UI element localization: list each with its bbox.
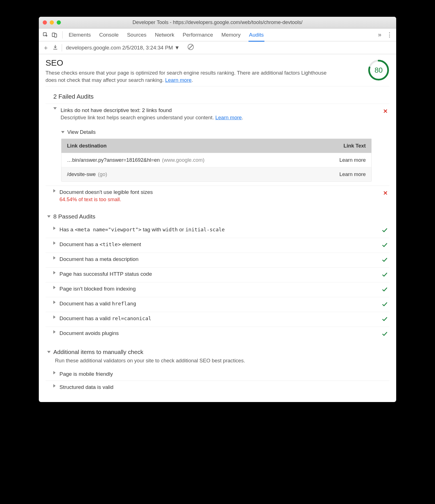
expand-toggle-icon (61, 131, 64, 133)
link-details-table: Link destination Link Text …bin/answer.p… (61, 139, 372, 182)
category-description: These checks ensure that your page is op… (46, 69, 330, 84)
pass-icon (382, 272, 388, 279)
audit-title: Page isn't blocked from indexing (59, 286, 378, 292)
pass-icon (382, 227, 388, 234)
audit-title: Has a <meta name="viewport"> tag with wi… (59, 227, 378, 233)
expand-toggle-icon[interactable] (53, 256, 56, 260)
audit-title: Document has a <title> element (59, 241, 378, 248)
score-gauge: 80 (368, 59, 389, 81)
tab-audits[interactable]: Audits (248, 29, 264, 42)
clear-icon[interactable] (188, 44, 194, 51)
expand-toggle-icon[interactable] (53, 286, 56, 289)
expand-toggle-icon[interactable] (53, 107, 57, 110)
fail-icon: ✕ (383, 108, 388, 115)
pass-icon (382, 286, 388, 294)
pass-icon (382, 301, 388, 308)
tab-network[interactable]: Network (154, 29, 175, 41)
zoom-button[interactable] (57, 20, 61, 25)
audits-subbar: ＋ developers.google.com 2/5/2018, 3:24:3… (39, 41, 396, 54)
audit-warning: 64.54% of text is too small. (59, 196, 379, 203)
audit-font-sizes[interactable]: Document doesn't use legible font sizes … (46, 186, 389, 206)
new-audit-icon[interactable]: ＋ (43, 44, 49, 52)
audit-passed[interactable]: Document has a meta description (46, 253, 389, 267)
window-title: Developer Tools - https://developers.goo… (39, 20, 396, 25)
minimize-button[interactable] (50, 20, 54, 25)
audit-learn-more-link[interactable]: Learn more (215, 115, 242, 120)
tab-sources[interactable]: Sources (126, 29, 147, 41)
expand-toggle-icon[interactable] (53, 241, 56, 245)
manual-checks-heading[interactable]: Additional items to manually check (46, 349, 389, 355)
audit-title: Structured data is valid (59, 384, 388, 390)
tab-performance[interactable]: Performance (182, 29, 214, 41)
audit-title: Document has a meta description (59, 256, 378, 262)
audits-content: SEO These checks ensure that your page i… (39, 54, 396, 402)
audit-title: Document avoids plugins (59, 330, 378, 336)
expand-toggle-icon[interactable] (53, 271, 56, 274)
tab-memory[interactable]: Memory (221, 29, 241, 41)
audit-links-not-descriptive[interactable]: Links do not have descriptive text: 2 li… (46, 104, 389, 124)
devtools-toolbar: Elements Console Sources Network Perform… (39, 28, 396, 41)
pass-icon (382, 316, 388, 323)
col-link-destination: Link destination (67, 143, 321, 149)
audit-manual[interactable]: Page is mobile friendly (46, 368, 389, 381)
audit-passed[interactable]: Document avoids plugins (46, 327, 389, 341)
expand-toggle-icon[interactable] (53, 371, 56, 374)
more-tabs-icon[interactable]: » (378, 31, 381, 39)
audit-passed[interactable]: Page isn't blocked from indexing (46, 282, 389, 297)
audit-passed[interactable]: Document has a <title> element (46, 238, 389, 253)
table-header: Link destination Link Text (61, 139, 371, 153)
settings-menu-icon[interactable]: ⋮ (386, 31, 393, 39)
col-link-text: Link Text (321, 143, 366, 149)
close-button[interactable] (43, 20, 47, 25)
pass-icon (382, 242, 388, 249)
expand-toggle-icon (47, 215, 51, 218)
expand-toggle-icon[interactable] (53, 227, 56, 230)
expand-toggle-icon[interactable] (53, 189, 56, 192)
audit-manual[interactable]: Structured data is valid (46, 381, 389, 394)
toolbar-divider (62, 31, 63, 39)
tab-elements[interactable]: Elements (68, 29, 91, 41)
seo-header: SEO These checks ensure that your page i… (46, 58, 389, 86)
expand-toggle-icon[interactable] (53, 301, 56, 304)
seo-learn-more-link[interactable]: Learn more (165, 77, 192, 83)
svg-rect-3 (53, 49, 57, 49)
audit-title: Document has a valid hreflang (59, 301, 378, 307)
audit-title: Document has a valid rel=canonical (59, 315, 378, 322)
fail-icon: ✕ (383, 190, 388, 196)
passed-audits-heading[interactable]: 8 Passed Audits (46, 213, 389, 220)
score-value: 80 (368, 59, 389, 81)
table-row: …bin/answer.py?answer=181692&hl=en(www.g… (61, 153, 371, 167)
expand-toggle-icon[interactable] (53, 315, 56, 319)
device-toggle-icon[interactable] (51, 32, 58, 38)
audit-title: Links do not have descriptive text: 2 li… (61, 107, 379, 113)
download-report-icon[interactable] (53, 44, 58, 51)
expand-toggle-icon[interactable] (53, 384, 56, 387)
audit-passed[interactable]: Has a <meta name="viewport"> tag with wi… (46, 223, 389, 238)
pass-icon (382, 331, 388, 338)
category-title: SEO (46, 58, 330, 68)
titlebar[interactable]: Developer Tools - https://developers.goo… (39, 17, 396, 28)
devtools-window: Developer Tools - https://developers.goo… (39, 17, 396, 402)
expand-toggle-icon[interactable] (53, 330, 56, 334)
traffic-lights (43, 20, 61, 25)
audit-title: Document doesn't use legible font sizes (59, 189, 379, 195)
audit-run-selector[interactable]: developers.google.com 2/5/2018, 3:24:34 … (66, 45, 180, 51)
svg-rect-2 (54, 34, 57, 37)
tab-console[interactable]: Console (99, 29, 119, 41)
audit-title: Page is mobile friendly (59, 371, 388, 377)
audit-title: Page has successful HTTP status code (59, 271, 378, 277)
audit-subtitle: Descriptive link text helps search engin… (61, 115, 379, 121)
audit-passed[interactable]: Document has a valid rel=canonical (46, 312, 389, 327)
table-row: /devsite-swe(go) Learn more (61, 167, 371, 181)
failed-audits-heading[interactable]: 2 Failed Audits (52, 93, 389, 100)
audit-passed[interactable]: Page has successful HTTP status code (46, 267, 389, 282)
audit-passed[interactable]: Document has a valid hreflang (46, 297, 389, 312)
panel-tabs: Elements Console Sources Network Perform… (68, 29, 264, 41)
view-details-toggle[interactable]: View Details (61, 129, 389, 135)
pass-icon (382, 257, 388, 264)
expand-toggle-icon (47, 351, 51, 353)
inspect-element-icon[interactable] (42, 32, 49, 38)
subbar-divider (62, 44, 62, 51)
manual-checks-description: Run these additional validators on your … (55, 358, 389, 364)
